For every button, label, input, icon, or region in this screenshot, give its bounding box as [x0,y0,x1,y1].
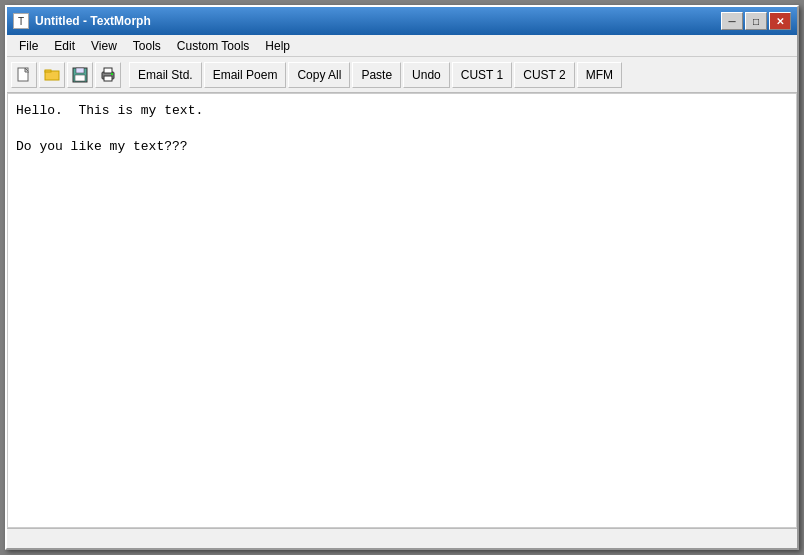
print-button[interactable] [95,62,121,88]
menu-edit[interactable]: Edit [46,37,83,55]
svg-rect-9 [104,76,112,81]
svg-rect-8 [104,68,112,73]
menu-view[interactable]: View [83,37,125,55]
svg-point-10 [111,73,113,75]
minimize-button[interactable]: ─ [721,12,743,30]
cust1-button[interactable]: CUST 1 [452,62,512,88]
svg-rect-6 [75,75,85,81]
status-bar [7,528,797,548]
svg-rect-3 [45,70,51,72]
title-bar: T Untitled - TextMorph ─ □ ✕ [7,7,797,35]
copy-all-button[interactable]: Copy All [288,62,350,88]
close-button[interactable]: ✕ [769,12,791,30]
title-bar-left: T Untitled - TextMorph [13,13,151,29]
mfm-button[interactable]: MFM [577,62,622,88]
menu-help[interactable]: Help [257,37,298,55]
paste-button[interactable]: Paste [352,62,401,88]
window-title: Untitled - TextMorph [35,14,151,28]
app-icon: T [13,13,29,29]
undo-button[interactable]: Undo [403,62,450,88]
email-std-button[interactable]: Email Std. [129,62,202,88]
main-window: T Untitled - TextMorph ─ □ ✕ File Edit V… [5,5,799,550]
email-poem-button[interactable]: Email Poem [204,62,287,88]
editor[interactable]: Hello. This is my text. Do you like my t… [7,93,797,528]
menu-file[interactable]: File [11,37,46,55]
title-bar-controls: ─ □ ✕ [721,12,791,30]
cust2-button[interactable]: CUST 2 [514,62,574,88]
toolbar: Email Std. Email Poem Copy All Paste Und… [7,57,797,93]
svg-rect-5 [76,68,84,73]
new-button[interactable] [11,62,37,88]
save-button[interactable] [67,62,93,88]
menu-bar: File Edit View Tools Custom Tools Help [7,35,797,57]
maximize-button[interactable]: □ [745,12,767,30]
menu-custom-tools[interactable]: Custom Tools [169,37,257,55]
open-button[interactable] [39,62,65,88]
menu-tools[interactable]: Tools [125,37,169,55]
